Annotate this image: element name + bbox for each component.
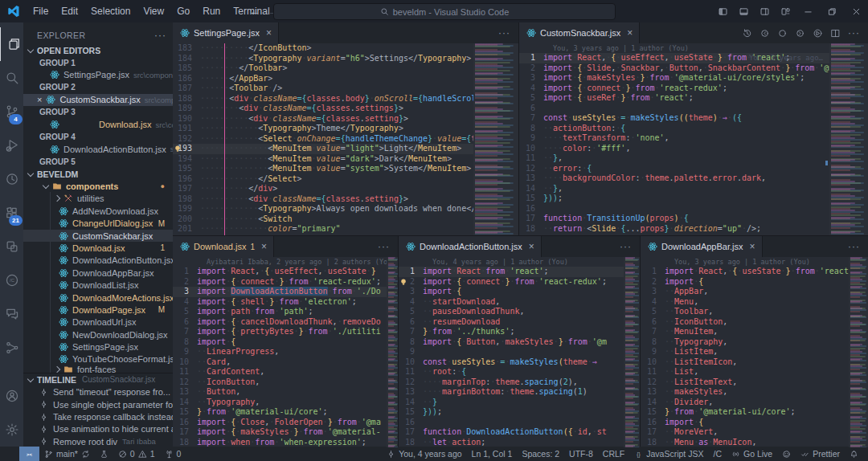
menu-edit[interactable]: Edit bbox=[55, 6, 84, 17]
activity-timeline-clock[interactable] bbox=[0, 162, 23, 196]
close-tab-button[interactable]: × bbox=[750, 241, 755, 252]
statusbar-indentation[interactable]: Spaces: 2 bbox=[517, 447, 564, 461]
codelens-blame[interactable]: You, 3 years ago | 1 author (You) bbox=[519, 43, 868, 53]
codelens-blame[interactable]: You, 4 years ago | 1 author (You) bbox=[399, 257, 640, 267]
close-window-button[interactable] bbox=[844, 0, 868, 22]
toggle-panel-button[interactable] bbox=[733, 0, 754, 22]
tree-item-downloadactionbutton-jsx[interactable]: DownloadActionButton.jsx bbox=[23, 255, 173, 267]
open-editor-item-download-jsx[interactable]: Download.jsxsrc\compone...1 bbox=[23, 118, 173, 130]
minimize-button[interactable] bbox=[796, 0, 820, 22]
split-icon[interactable] bbox=[830, 28, 841, 39]
statusbar-feedback-smiley[interactable] bbox=[777, 447, 796, 461]
activity-share[interactable] bbox=[0, 331, 23, 365]
tree-item-changeurldialog-jsx[interactable]: ChangeUrlDialog.jsxM bbox=[23, 217, 173, 229]
statusbar-notifications-bell[interactable] bbox=[845, 447, 863, 461]
history-icon[interactable] bbox=[742, 28, 752, 39]
close-tab-button[interactable]: × bbox=[529, 241, 534, 252]
tab-download-action-button[interactable]: DownloadActionButton.jsx× bbox=[399, 236, 542, 257]
activity-search[interactable] bbox=[0, 61, 23, 95]
tree-folder-components[interactable]: components● bbox=[23, 180, 173, 192]
code-area[interactable]: You, 3 years ago | 1 author (You)1import… bbox=[519, 43, 868, 235]
statusbar-test-beaker[interactable] bbox=[95, 447, 113, 461]
restore-button[interactable] bbox=[820, 0, 844, 22]
close-tab-button[interactable]: × bbox=[627, 27, 633, 39]
activity-run-debug[interactable] bbox=[0, 129, 23, 162]
tab-download[interactable]: Download.jsx1× bbox=[173, 236, 274, 257]
timeline-header[interactable]: TIMELINE CustomSnackbar.jsx bbox=[23, 373, 173, 386]
menu-selection[interactable]: Selection bbox=[84, 6, 137, 17]
tree-item-downloadlist-jsx[interactable]: DownloadList.jsx bbox=[23, 279, 173, 291]
more-actions-button[interactable]: ··· bbox=[378, 241, 390, 252]
minimap[interactable] bbox=[387, 257, 398, 447]
explorer-more-actions-button[interactable]: ··· bbox=[154, 30, 166, 41]
activity-explorer[interactable] bbox=[0, 27, 24, 61]
tree-item-addnewdownload-jsx[interactable]: AddNewDownload.jsx bbox=[23, 205, 173, 217]
more-actions-button[interactable]: ··· bbox=[620, 241, 632, 252]
project-header[interactable]: BEVELDM bbox=[23, 168, 173, 180]
code-area[interactable]: Ayibatari Ibaba, 2 years ago | 2 authors… bbox=[173, 257, 398, 447]
tree-item-downloadappbar-jsx[interactable]: DownloadAppBar.jsx bbox=[23, 267, 173, 279]
codelens-blame[interactable]: You, 3 years ago | 1 author (You) bbox=[641, 257, 868, 267]
statusbar-go-live[interactable]: Go Live bbox=[727, 447, 777, 461]
activity-code-runner[interactable]: /C bbox=[0, 263, 23, 297]
more-actions-button[interactable]: ··· bbox=[498, 27, 510, 39]
statusbar-encoding[interactable]: UTF-8 bbox=[564, 447, 598, 461]
minimap[interactable] bbox=[829, 43, 868, 235]
command-center-search[interactable]: beveldm - Visual Studio Code bbox=[273, 3, 616, 20]
navfwd-icon[interactable] bbox=[795, 28, 805, 39]
statusbar-prettier[interactable]: Prettier bbox=[796, 447, 845, 461]
tree-item-newdownloaddialog-jsx[interactable]: NewDownloadDialog.jsx bbox=[23, 328, 173, 341]
tab-download-app-bar[interactable]: DownloadAppBar.jsx× bbox=[641, 236, 763, 257]
close-editor-icon[interactable]: × bbox=[37, 95, 42, 104]
timeline-item[interactable]: Use animation to hide current a... bbox=[23, 423, 173, 435]
tree-item-settingspage-jsx[interactable]: SettingsPage.jsx bbox=[23, 341, 173, 353]
more-actions-button[interactable]: ··· bbox=[848, 27, 860, 39]
menu-file[interactable]: File bbox=[27, 6, 55, 17]
minimap[interactable] bbox=[624, 257, 640, 447]
tab-settings-page[interactable]: SettingsPage.jsx× bbox=[173, 22, 279, 43]
activity-remote-explorer[interactable] bbox=[0, 230, 23, 263]
open-editor-item-downloadactionbutton-jsx[interactable]: DownloadActionButton.jsxsrc\... bbox=[23, 143, 173, 155]
open-editor-item-customsnackbar-jsx[interactable]: ×CustomSnackbar.jsxsrc\compo... bbox=[23, 94, 173, 106]
statusbar-language-mode[interactable]: {}JavaScript JSX bbox=[629, 447, 708, 461]
toggle-secondary-sidebar-button[interactable] bbox=[754, 0, 775, 22]
statusbar-cursor-position[interactable]: Ln 1, Col 1 bbox=[467, 447, 518, 461]
code-area[interactable]: 183··········</IconButton>184··········<… bbox=[173, 43, 518, 235]
close-tab-button[interactable]: × bbox=[261, 241, 267, 252]
activity-extensions[interactable]: 21 bbox=[0, 196, 23, 230]
timeline-item[interactable]: Take response callback instead ... bbox=[23, 410, 173, 422]
tree-folder-utilities[interactable]: utilities bbox=[23, 193, 173, 205]
tree-item-download-jsx[interactable]: Download.jsx1 bbox=[23, 242, 173, 254]
timeline-item[interactable]: Send "timeout" response fro...3 yrs bbox=[23, 386, 173, 398]
activity-comments[interactable] bbox=[0, 297, 23, 331]
open-editor-item-settingspage-jsx[interactable]: SettingsPage.jsxsrc\components bbox=[23, 69, 173, 81]
statusbar-remote-indicator[interactable]: >< bbox=[19, 447, 39, 461]
tree-item-downloadpage-jsx[interactable]: DownloadPage.jsxM bbox=[23, 304, 173, 316]
close-tab-button[interactable]: × bbox=[266, 27, 272, 39]
statusbar-git-branch[interactable]: main* bbox=[39, 447, 95, 461]
customize-layout-button[interactable] bbox=[775, 0, 796, 22]
tree-item-customsnackbar-jsx[interactable]: CustomSnackbar.jsx bbox=[23, 230, 173, 242]
timeline-item[interactable]: Use single object parameter for... bbox=[23, 398, 173, 410]
code-area[interactable]: You, 4 years ago | 1 author (You)1import… bbox=[399, 257, 640, 447]
menu-go[interactable]: Go bbox=[170, 6, 196, 17]
runcircle-icon[interactable] bbox=[813, 28, 823, 39]
activity-accounts[interactable] bbox=[0, 379, 23, 413]
toggle-sidebar-button[interactable] bbox=[712, 0, 733, 22]
timeline-item[interactable]: Remove root divTari Ibaba bbox=[23, 435, 173, 447]
statusbar-code-runner[interactable]: /C bbox=[708, 447, 727, 461]
more-actions-button[interactable]: ··· bbox=[848, 241, 860, 252]
minimap[interactable] bbox=[473, 43, 518, 235]
codelens-blame[interactable]: Ayibatari Ibaba, 2 years ago | 2 authors… bbox=[173, 257, 398, 267]
tree-item-downloadurl-jsx[interactable]: DownloadUrl.jsx bbox=[23, 316, 173, 328]
statusbar-eol[interactable]: CRLF bbox=[598, 447, 629, 461]
tab-custom-snackbar[interactable]: CustomSnackbar.jsx× bbox=[519, 22, 640, 43]
statusbar-git-blame[interactable]: You, 4 years ago bbox=[382, 447, 466, 461]
activity-settings[interactable] bbox=[0, 413, 23, 447]
open-editors-header[interactable]: OPEN EDITORS bbox=[23, 44, 173, 56]
tree-item-youtubechooseformat-jsx[interactable]: YouTubeChooseFormat.jsx bbox=[23, 353, 173, 365]
statusbar-ports[interactable]: 0 bbox=[160, 447, 186, 461]
menu-run[interactable]: Run bbox=[196, 6, 227, 17]
navback-icon[interactable] bbox=[760, 28, 770, 39]
go-back-button[interactable]: ← bbox=[249, 6, 260, 18]
